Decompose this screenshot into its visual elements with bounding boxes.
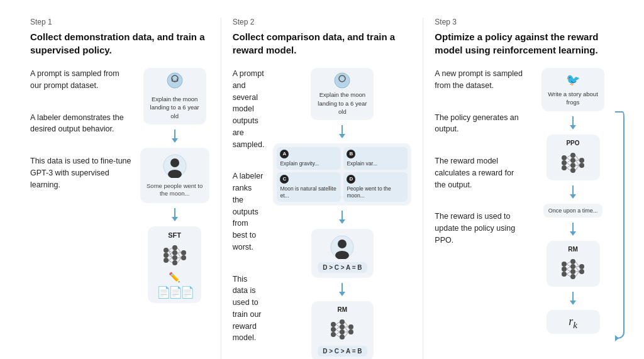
svg-point-60 bbox=[570, 168, 575, 173]
svg-point-75 bbox=[562, 267, 567, 272]
step2-cmp-A: A Explain gravity... bbox=[277, 147, 341, 170]
svg-line-65 bbox=[567, 160, 570, 163]
svg-line-44 bbox=[336, 324, 340, 327]
step3-text2: The policy generates an output. bbox=[435, 112, 523, 136]
step2-arrow2 bbox=[337, 211, 347, 224]
step3-label: Step 3 bbox=[435, 18, 614, 26]
step1-visual-col: Explain the moon landing to a 6 year old bbox=[140, 68, 209, 359]
step3-arrow2 bbox=[568, 185, 578, 199]
step1-docs-icon: 📄📄📄 bbox=[157, 285, 192, 299]
svg-point-82 bbox=[579, 269, 584, 274]
svg-point-78 bbox=[570, 264, 575, 269]
svg-point-79 bbox=[570, 269, 575, 274]
svg-line-22 bbox=[169, 258, 172, 260]
step1-labeler-text: Some people went to the moon... bbox=[147, 182, 203, 198]
step2-text3: This data is used to train our reward mo… bbox=[233, 273, 265, 345]
step2-badge-A: A bbox=[280, 150, 289, 158]
svg-point-39 bbox=[340, 329, 345, 334]
svg-point-9 bbox=[164, 253, 169, 258]
step2-body: A prompt and several model outputs are s… bbox=[233, 68, 412, 359]
svg-point-55 bbox=[562, 160, 567, 165]
svg-point-40 bbox=[340, 334, 345, 340]
step3-rm-card: RM bbox=[547, 241, 600, 287]
svg-point-42 bbox=[348, 329, 353, 334]
step3-arrow3 bbox=[568, 223, 578, 236]
svg-point-32 bbox=[338, 240, 347, 248]
step1-labeler-card: Some people went to the moon... bbox=[140, 148, 209, 203]
svg-line-53 bbox=[345, 332, 348, 337]
step1: Step 1 Collect demonstration data, and t… bbox=[19, 18, 221, 359]
svg-line-73 bbox=[575, 165, 579, 170]
step3-text-col: A new prompt is sampled from the dataset… bbox=[435, 68, 523, 359]
svg-line-28 bbox=[177, 258, 181, 263]
step3-text4: The reward is used to update the policy … bbox=[435, 211, 523, 246]
step1-arrow1 bbox=[170, 130, 180, 143]
step2-prompt-text: Explain the moon landing to a 6 year old bbox=[317, 91, 367, 116]
svg-point-81 bbox=[579, 264, 584, 269]
svg-point-62 bbox=[579, 163, 584, 168]
step2-arrow1 bbox=[337, 125, 347, 138]
step1-title: Collect demonstration data, and train a … bbox=[30, 30, 209, 57]
step2-cmp-D-text: People went to the moon... bbox=[347, 185, 404, 199]
svg-point-6 bbox=[170, 158, 179, 167]
step3-output-card: Once upon a time... bbox=[543, 204, 603, 218]
svg-point-34 bbox=[331, 322, 336, 327]
svg-point-61 bbox=[579, 158, 584, 163]
svg-point-74 bbox=[562, 262, 567, 267]
step1-prompt-icon bbox=[150, 72, 200, 93]
svg-point-11 bbox=[172, 245, 177, 250]
step2-cmp-D: D People went to the moon... bbox=[343, 172, 408, 202]
svg-line-46 bbox=[336, 329, 340, 332]
svg-line-23 bbox=[169, 260, 172, 263]
step3-rk-label: rk bbox=[569, 315, 577, 331]
step2-labeler-card: D > C > A = B bbox=[311, 229, 373, 278]
step2-rm-card: RM bbox=[311, 301, 373, 359]
svg-line-26 bbox=[177, 253, 181, 258]
step2-arrow3 bbox=[337, 283, 347, 296]
step2-cmp-B: B Explain var... bbox=[343, 147, 408, 170]
svg-line-47 bbox=[336, 332, 340, 334]
step2-badge-C: C bbox=[280, 175, 289, 184]
step1-text1: A prompt is sampled from our prompt data… bbox=[30, 68, 131, 92]
step3-ppo-card: PPO bbox=[547, 135, 600, 180]
svg-point-57 bbox=[570, 153, 575, 158]
svg-point-36 bbox=[331, 332, 336, 337]
svg-line-66 bbox=[567, 163, 570, 165]
svg-point-14 bbox=[172, 260, 177, 265]
step2-text-col: A prompt and several model outputs are s… bbox=[233, 68, 265, 359]
step2-ranking-label: D > C > A = B bbox=[318, 262, 367, 273]
step2-person-icon bbox=[330, 235, 354, 259]
svg-line-91 bbox=[575, 267, 579, 272]
page: Step 1 Collect demonstration data, and t… bbox=[0, 0, 644, 359]
step2-compare-grid: A Explain gravity... B Explain var... C … bbox=[273, 143, 411, 206]
step3-rk-card: rk bbox=[547, 310, 600, 334]
step1-text-col: A prompt is sampled from our prompt data… bbox=[30, 68, 131, 359]
svg-point-15 bbox=[181, 250, 186, 255]
step1-pencil-icon: ✏️ bbox=[169, 272, 180, 283]
svg-line-93 bbox=[575, 272, 579, 277]
svg-line-64 bbox=[567, 158, 570, 160]
svg-line-86 bbox=[567, 269, 570, 272]
step3-title: Optimize a policy against the reward mod… bbox=[435, 30, 614, 57]
step2-cmp-A-text: Explain gravity... bbox=[280, 160, 338, 167]
step2-prompt-icon bbox=[317, 72, 367, 91]
step2-rm-label: RM bbox=[338, 306, 348, 313]
step2-prompt-card: Explain the moon landing to a 6 year old bbox=[311, 68, 374, 120]
svg-line-45 bbox=[336, 327, 340, 329]
step3-ppo-label: PPO bbox=[566, 140, 579, 146]
svg-point-16 bbox=[181, 255, 186, 260]
step1-prompt-card: Explain the moon landing to a 6 year old bbox=[143, 68, 206, 124]
svg-point-35 bbox=[331, 327, 336, 332]
svg-point-41 bbox=[348, 324, 353, 329]
step2-cmp-C-text: Moon is natural satellite et... bbox=[280, 185, 338, 199]
svg-line-63 bbox=[567, 155, 570, 158]
svg-line-87 bbox=[567, 272, 570, 274]
step3-ppo-nn-icon bbox=[559, 149, 587, 177]
svg-point-76 bbox=[562, 272, 567, 277]
step2-badge-B: B bbox=[347, 150, 355, 158]
step2-text1: A prompt and several model outputs are s… bbox=[233, 68, 265, 150]
svg-point-56 bbox=[562, 165, 567, 170]
svg-line-85 bbox=[567, 267, 570, 269]
step1-text2: A labeler demonstrates the desired outpu… bbox=[30, 112, 131, 136]
svg-point-80 bbox=[570, 274, 575, 279]
